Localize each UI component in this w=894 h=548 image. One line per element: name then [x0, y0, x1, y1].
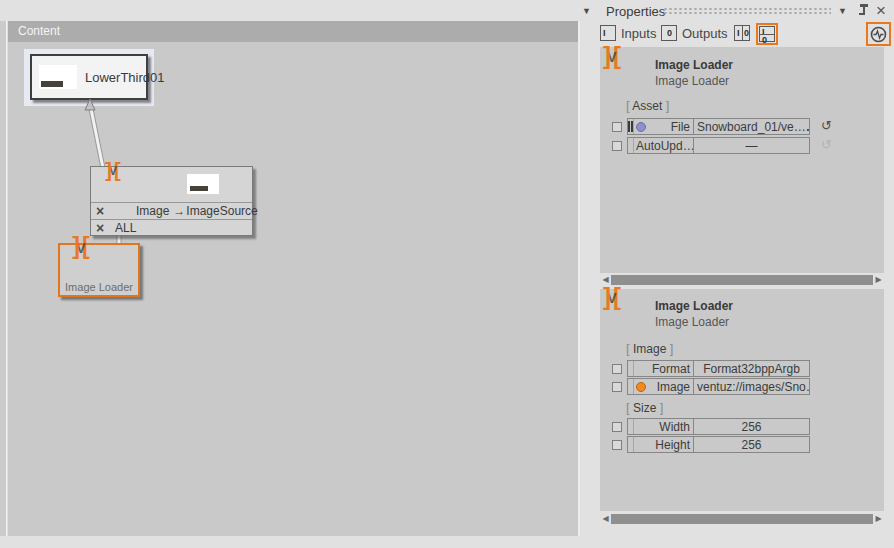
- outputs-icon: 0: [661, 25, 677, 41]
- image-value-cell[interactable]: ventuz://images/Sno…: [694, 380, 809, 394]
- waveform-icon: [870, 26, 887, 43]
- width-value-cell[interactable]: 256: [694, 420, 809, 434]
- autoupdate-label-cell: AutoUpd…: [628, 138, 694, 153]
- property-row-image: Image ventuz://images/Sno…: [612, 378, 810, 395]
- section-subtitle: Image Loader: [655, 315, 729, 329]
- file-checkbox[interactable]: [612, 122, 622, 132]
- panel-collapse-icon[interactable]: ▼: [582, 6, 591, 16]
- panel-separator: [578, 21, 580, 536]
- image-label-cell: Image: [628, 379, 694, 394]
- height-checkbox[interactable]: [612, 440, 622, 450]
- group-label-asset: [ Asset ]: [626, 98, 669, 113]
- pin-icon[interactable]: [858, 3, 870, 16]
- connect-dropdown-menu: [ V ] × Image → ImageSource × ALL: [90, 166, 253, 236]
- file-field[interactable]: File Snowboard_01/ve… …: [627, 118, 810, 135]
- section-title: Image Loader: [655, 299, 733, 313]
- format-label: Format: [634, 362, 693, 376]
- width-label-cell: Width: [628, 419, 694, 434]
- menu-item-from: Image: [136, 204, 169, 218]
- image-label: Image: [646, 380, 693, 394]
- inputs-icon: I: [600, 25, 616, 41]
- file-browse-button[interactable]: …: [806, 120, 809, 134]
- image-field[interactable]: Image ventuz://images/Sno…: [627, 378, 810, 395]
- format-label-cell: Format: [628, 361, 694, 376]
- width-field[interactable]: Width 256: [627, 418, 810, 435]
- inputs-label: Inputs: [621, 26, 656, 41]
- property-row-autoupdate: AutoUpd… —: [612, 137, 810, 154]
- width-checkbox[interactable]: [612, 422, 622, 432]
- property-row-width: Width 256: [612, 418, 810, 435]
- file-label: File: [646, 120, 693, 134]
- connection-arrowhead: [85, 99, 95, 110]
- autoupdate-reset-icon: ↺: [821, 138, 832, 152]
- scroll-right-icon[interactable]: ▶: [873, 274, 884, 286]
- file-binding-dot[interactable]: [636, 122, 646, 132]
- panel-drag-texture[interactable]: [663, 7, 831, 15]
- image-checkbox[interactable]: [612, 382, 622, 392]
- close-icon[interactable]: ×: [876, 2, 886, 19]
- image-section-scrollbar[interactable]: ◀ ▶: [600, 513, 884, 525]
- node-label: Image Loader: [60, 281, 138, 293]
- live-options-button[interactable]: [866, 22, 891, 46]
- properties-panel-title: Properties: [606, 4, 665, 19]
- property-row-format: Format Format32bppArgb: [612, 360, 810, 377]
- section-subtitle: Image Loader: [655, 74, 729, 88]
- image-value: ventuz://images/Sno…: [697, 380, 809, 394]
- height-value: 256: [741, 438, 761, 452]
- properties-section-image: [ V ] Image Loader Image Loader [ Image …: [600, 289, 884, 511]
- input-indicator: [628, 119, 634, 134]
- height-label: Height: [634, 438, 693, 452]
- height-value-cell[interactable]: 256: [694, 438, 809, 452]
- split-vertical-icon: I0: [734, 25, 750, 41]
- menu-item-all[interactable]: × ALL: [91, 219, 252, 235]
- menu-item-to: ImageSource: [186, 204, 257, 218]
- file-reset-icon[interactable]: ↺: [821, 119, 832, 133]
- remove-icon: ×: [96, 204, 113, 218]
- content-canvas[interactable]: LowerThird01 [ V ] × Image → Imag: [8, 42, 578, 536]
- scroll-left-icon[interactable]: ◀: [600, 513, 611, 525]
- outputs-label: Outputs: [682, 26, 728, 41]
- input-indicator: [628, 379, 634, 394]
- width-value: 256: [741, 420, 761, 434]
- connect-menu-preview: [ V ]: [91, 167, 252, 203]
- properties-section-asset: [ V ] Image Loader Image Loader [ Asset …: [600, 47, 884, 273]
- app-window: ▼ Properties ▼ × I Inputs 0 Outputs I0 I…: [0, 0, 894, 548]
- asset-section-scrollbar[interactable]: ◀ ▶: [600, 274, 884, 286]
- split-horizontal-icon: I0: [759, 26, 775, 42]
- width-label: Width: [634, 420, 693, 434]
- inputs-button[interactable]: I Inputs: [600, 25, 656, 41]
- file-label-cell: File: [628, 119, 694, 134]
- split-vertical-button[interactable]: I0: [734, 25, 750, 41]
- format-field[interactable]: Format Format32bppArgb: [627, 360, 810, 377]
- menu-item-image-imagesource[interactable]: × Image → ImageSource: [91, 203, 252, 219]
- file-value: Snowboard_01/ve…: [697, 120, 806, 134]
- height-field[interactable]: Height 256: [627, 436, 810, 453]
- autoupdate-field[interactable]: AutoUpd… —: [627, 137, 810, 154]
- autoupdate-checkbox[interactable]: [612, 141, 622, 151]
- panel-menu-icon[interactable]: ▼: [838, 6, 847, 16]
- outputs-button[interactable]: 0 Outputs: [661, 25, 728, 41]
- menu-item-label: ALL: [115, 221, 136, 235]
- group-label-image: [ Image ]: [626, 341, 673, 356]
- format-checkbox[interactable]: [612, 364, 622, 374]
- arrow-right-icon: →: [173, 204, 185, 218]
- file-value-cell[interactable]: Snowboard_01/ve… …: [694, 120, 809, 134]
- scroll-right-icon[interactable]: ▶: [873, 513, 884, 525]
- height-label-cell: Height: [628, 437, 694, 452]
- content-panel-title: Content: [8, 21, 578, 42]
- image-binding-dot[interactable]: [636, 382, 646, 392]
- left-splitter[interactable]: [0, 21, 7, 536]
- autoupdate-label: AutoUpd…: [634, 139, 693, 153]
- scrollbar-thumb[interactable]: [611, 275, 873, 285]
- autoupdate-value-cell[interactable]: —: [694, 139, 809, 153]
- property-row-height: Height 256: [612, 436, 810, 453]
- format-value: Format32bppArgb: [703, 362, 800, 376]
- split-horizontal-button[interactable]: I0: [756, 23, 778, 45]
- node-image-loader[interactable]: [ V ] Image Loader: [58, 243, 140, 297]
- scrollbar-thumb[interactable]: [611, 514, 873, 524]
- lower-third-icon: [187, 174, 219, 194]
- group-label-size: [ Size ]: [626, 400, 663, 415]
- section-title: Image Loader: [655, 58, 733, 72]
- format-value-cell[interactable]: Format32bppArgb: [694, 362, 809, 376]
- autoupdate-value: —: [746, 139, 758, 153]
